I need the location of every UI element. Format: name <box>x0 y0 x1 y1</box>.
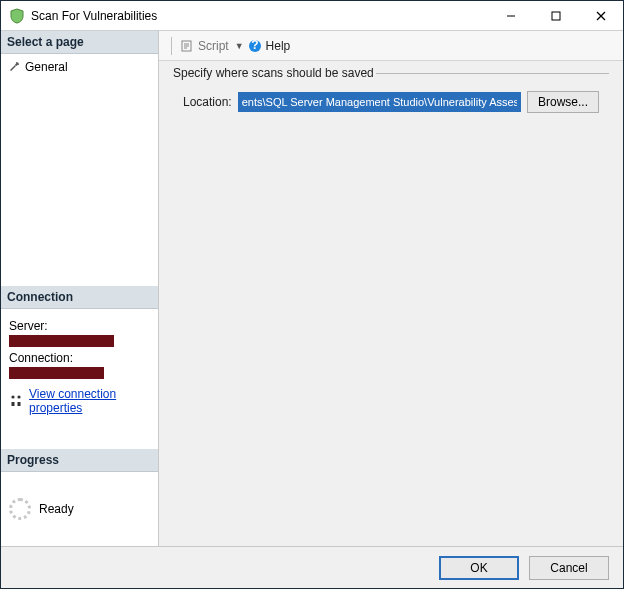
main-panel: Script ▼ ? Help Specify where s <box>159 31 623 546</box>
svg-point-4 <box>11 395 14 398</box>
script-dropdown[interactable]: Script ▼ <box>180 39 244 53</box>
page-list: General <box>1 54 158 286</box>
sidebar-item-general[interactable]: General <box>7 58 152 76</box>
save-location-group: Specify where scans should be saved Loca… <box>173 73 609 123</box>
help-label: Help <box>266 39 291 53</box>
titlebar: Scan For Vulnerabilities <box>1 1 623 31</box>
wrench-icon <box>7 60 21 74</box>
progress-panel: Ready <box>1 472 158 546</box>
svg-text:?: ? <box>251 39 258 52</box>
server-label: Server: <box>9 319 150 333</box>
progress-status: Ready <box>39 502 74 516</box>
svg-rect-1 <box>552 12 560 20</box>
chevron-down-icon: ▼ <box>235 41 244 51</box>
script-label: Script <box>198 39 229 53</box>
progress-header: Progress <box>1 449 158 472</box>
server-value-redacted <box>9 335 114 347</box>
close-button[interactable] <box>578 1 623 30</box>
toolbar: Script ▼ ? Help <box>159 31 623 61</box>
minimize-button[interactable] <box>488 1 533 30</box>
svg-point-5 <box>17 395 20 398</box>
content-area: Specify where scans should be saved Loca… <box>159 61 623 546</box>
connection-icon <box>9 394 23 408</box>
maximize-button[interactable] <box>533 1 578 30</box>
ok-button[interactable]: OK <box>439 556 519 580</box>
sidebar-item-label: General <box>25 60 68 74</box>
dialog-footer: OK Cancel <box>1 546 623 588</box>
view-connection-properties-link[interactable]: View connection properties <box>29 387 150 415</box>
connection-panel: Server: Connection: View connection prop… <box>1 309 158 421</box>
group-title: Specify where scans should be saved <box>173 66 376 80</box>
view-connection-properties[interactable]: View connection properties <box>9 387 150 415</box>
cancel-button[interactable]: Cancel <box>529 556 609 580</box>
help-button[interactable]: ? Help <box>248 39 291 53</box>
window-title: Scan For Vulnerabilities <box>31 9 488 23</box>
toolbar-separator <box>171 37 172 55</box>
location-label: Location: <box>183 95 232 109</box>
sidebar: Select a page General Connection Server:… <box>1 31 159 546</box>
location-input[interactable] <box>238 92 521 112</box>
script-icon <box>180 39 194 53</box>
connection-header: Connection <box>1 286 158 309</box>
shield-icon <box>9 8 25 24</box>
select-page-header: Select a page <box>1 31 158 54</box>
window-controls <box>488 1 623 30</box>
connection-value-redacted <box>9 367 104 379</box>
browse-button[interactable]: Browse... <box>527 91 599 113</box>
help-icon: ? <box>248 39 262 53</box>
progress-spinner-icon <box>9 498 31 520</box>
client-area: Select a page General Connection Server:… <box>1 31 623 546</box>
dialog-window: Scan For Vulnerabilities Select a page <box>0 0 624 589</box>
connection-label: Connection: <box>9 351 150 365</box>
